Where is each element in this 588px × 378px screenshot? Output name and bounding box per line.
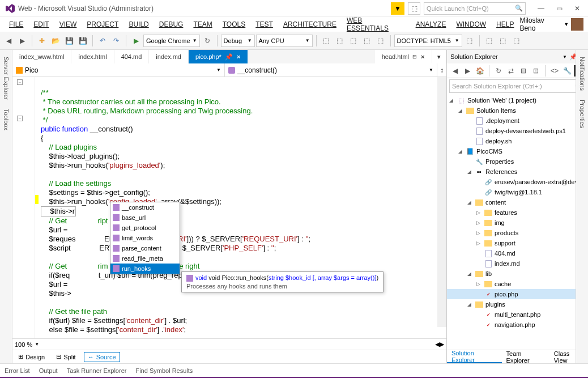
chevron-down-icon[interactable]: ▼ [564,22,569,27]
menu-file[interactable]: FILE [5,19,28,29]
menu-tools[interactable]: TOOLS [218,19,250,29]
tab-head-html[interactable]: head.html⊟✕ [375,50,432,63]
refresh-icon[interactable]: ↻ [493,65,504,77]
tb-icon-1[interactable]: ⬚ [320,35,333,47]
tb-icon-9[interactable]: ⬚ [510,35,523,47]
bottom-taskrunner[interactable]: Task Runner Explorer [67,367,127,374]
tree-node[interactable]: ◢Solution Items [447,105,588,116]
tree-node[interactable]: ◢lib [447,269,588,279]
refresh-icon[interactable]: ↻ [201,35,214,47]
tree-node[interactable]: ◢content [447,197,588,207]
browser-combo[interactable]: Google Chrome▼ [143,35,200,47]
intel-item[interactable]: read_file_meta [110,253,180,264]
menu-test[interactable]: TEST [251,19,278,29]
menu-view[interactable]: VIEW [55,19,82,29]
tab-index-html[interactable]: index.html [71,50,114,63]
user-name[interactable]: Miloslav Beno [519,16,561,32]
tree-node[interactable]: index.md [447,258,588,269]
menu-analyze[interactable]: ANALYZE [411,19,451,29]
menu-architecture[interactable]: ARCHITECTURE [279,19,341,29]
nav-fwd-icon[interactable]: ▶ [16,35,28,47]
outline-toggle-icon[interactable]: − [17,79,23,85]
intel-item[interactable]: base_url [110,213,180,223]
intel-item-selected[interactable]: run_hooks [110,264,180,274]
code-view-icon[interactable]: <> [549,65,560,77]
close-button[interactable]: ✕ [569,2,586,15]
tb-icon-4[interactable]: ⬚ [361,35,373,47]
pin-icon[interactable]: 📌 [225,53,233,61]
config-combo[interactable]: Debug▼ [221,35,255,47]
tb-icon-3[interactable]: ⬚ [347,35,360,47]
close-tab-icon[interactable]: ✕ [236,54,241,60]
solution-search-input[interactable]: Search Solution Explorer (Ctrl+;) 🔍 [449,79,586,93]
menu-webessentials[interactable]: WEB ESSENTIALS [342,15,410,33]
show-all-icon[interactable]: ⊡ [530,65,542,77]
nav-method-combo[interactable]: __construct()▼ [225,63,437,77]
outline-toggle-icon[interactable]: − [17,116,23,121]
collapse-icon[interactable]: ⊟ [518,65,529,77]
tree-node[interactable]: ▷support [447,238,588,248]
tb-icon-5[interactable]: ⬚ [374,35,387,47]
tree-node[interactable]: 🔗twig/twig@1.18.1 [447,187,588,197]
fwd-icon[interactable]: ▶ [462,65,473,77]
tree-node[interactable]: ✓navigation.php [447,320,588,330]
bottom-findsymbol[interactable]: Find Symbol Results [135,367,193,374]
menu-build[interactable]: BUILD [124,19,153,29]
tb-icon-2[interactable]: ⬚ [334,35,346,47]
redo-icon[interactable]: ↷ [110,35,122,47]
rail-toolbox[interactable]: Toolbox [3,107,10,133]
intel-item[interactable]: get_protocol [110,223,180,233]
platform-combo[interactable]: Any CPU▼ [256,35,313,47]
tree-node[interactable]: .deployment [447,116,588,126]
home-icon[interactable]: 🏠 [474,65,485,77]
zoom-combo[interactable]: 100 % [15,341,32,348]
tree-node[interactable]: ◢📘PicoCMS [447,146,588,156]
view-design[interactable]: ⊞ Design [15,352,48,362]
split-icon[interactable]: ↕ [437,63,446,77]
tab-index-md[interactable]: index.md [149,50,189,63]
tree-node[interactable]: ▷img [447,218,588,228]
properties-icon[interactable]: 🔧 [561,65,573,77]
start-icon[interactable]: ▶ [130,35,142,47]
feedback-icon[interactable]: ⬚ [408,2,420,15]
menu-edit[interactable]: EDIT [29,19,53,29]
intel-item[interactable]: limit_words [110,233,180,243]
rail-notifications[interactable]: Notifications [579,54,586,93]
tree-node[interactable]: ▷cache [447,279,588,289]
panel-tab-team[interactable]: Team Explorer [502,350,549,363]
tree-node[interactable]: ◢▪▪References [447,167,588,177]
tree-node[interactable]: deploy.sh [447,136,588,146]
maximize-button[interactable]: ▭ [551,2,568,15]
tree-node[interactable]: ✓pico.php [447,289,588,299]
nav-back-icon[interactable]: ◀ [2,35,15,47]
back-icon[interactable]: ◀ [449,65,461,77]
doctype-combo[interactable]: DOCTYPE: HTML5▼ [394,35,462,47]
view-split[interactable]: ⊟ Split [53,352,79,362]
scroll-h-icon[interactable]: ◀ [435,341,440,348]
menu-project[interactable]: PROJECT [82,19,123,29]
pin-icon[interactable]: ⊟ [412,54,417,60]
close-tab-icon[interactable]: ✕ [420,54,425,60]
undo-icon[interactable]: ↶ [96,35,109,47]
tree-node[interactable]: ◢plugins [447,299,588,309]
minimize-button[interactable]: — [532,2,549,15]
tree-node[interactable]: deploy-devsensetestweb.ps1 [447,126,588,136]
bottom-output[interactable]: Output [39,367,58,374]
notification-flag-icon[interactable]: ▼ [391,2,404,15]
new-project-icon[interactable]: ✚ [36,35,48,47]
tree-node[interactable]: 🔗erusev/parsedown-extra@dev- [447,177,588,187]
tb-icon-6[interactable]: ⬚ [463,35,476,47]
tab-index-www[interactable]: index_www.html [12,50,71,63]
tree-node[interactable]: 🔧Properties [447,156,588,167]
panel-menu-icon[interactable]: ▼ [563,54,567,60]
rail-server-explorer[interactable]: Server Explorer [3,54,10,102]
tb-icon-8[interactable]: ⬚ [497,35,509,47]
tree-node[interactable]: ✓multi_tenant.php [447,309,588,320]
bottom-errorlist[interactable]: Error List [5,367,30,374]
avatar[interactable] [571,18,583,31]
tab-overflow-icon[interactable]: ▾ [432,50,446,63]
tb-icon-7[interactable]: ⬚ [483,35,496,47]
intel-item[interactable]: parse_content [110,243,180,253]
save-all-icon[interactable]: 💾 [76,35,89,47]
view-source[interactable]: ↔ Source [84,352,120,362]
